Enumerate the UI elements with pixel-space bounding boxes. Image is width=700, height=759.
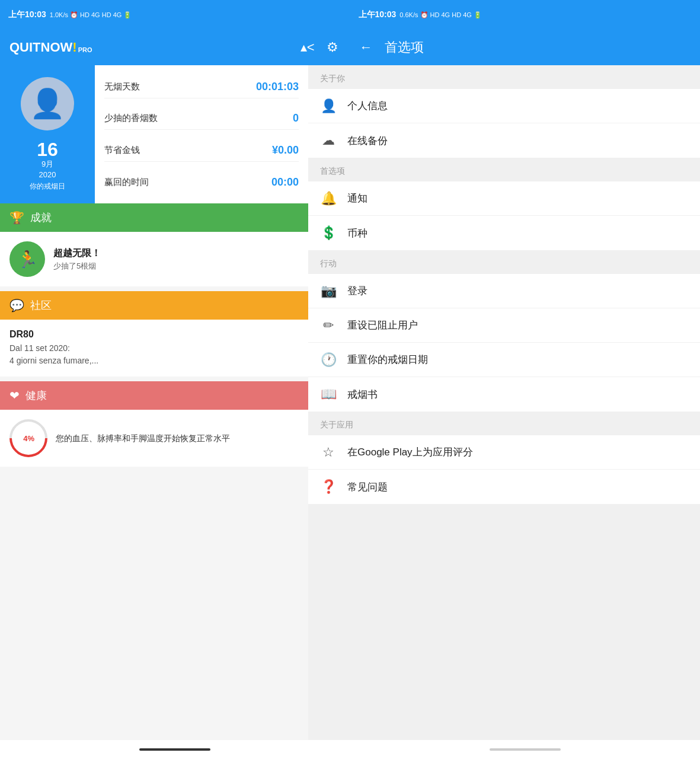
right-status-icons: 0.6K/s ⏰ HD 4G HD 4G 🔋 bbox=[399, 11, 482, 19]
page-title: 首选项 bbox=[385, 39, 424, 56]
share-icon[interactable]: ▴< bbox=[301, 40, 315, 55]
right-panel: 关于你 👤 个人信息 ☁ 在线备份 首选项 🔔 通知 💲 币种 行动 bbox=[308, 65, 700, 740]
prefs-item-reset-quit-date[interactable]: 🕐 重置你的戒烟日期 bbox=[308, 343, 700, 377]
achievement-badge-icon: 🏃 bbox=[17, 250, 38, 269]
stat-money-saved: 节省金钱 ¥0.00 bbox=[104, 139, 299, 162]
app-header: QUIT NOW ! PRO ▴< ⚙ ← 首选项 bbox=[0, 30, 700, 65]
status-bar: 上午10:03 1.0K/s ⏰ HD 4G HD 4G 🔋 上午10:03 0… bbox=[0, 0, 700, 30]
right-speed: 0.6K/s bbox=[399, 11, 418, 18]
prefs-item-reset-blocked[interactable]: ✏ 重设已阻止用户 bbox=[308, 308, 700, 343]
prefs-label-reset-quit-date: 重置你的戒烟日期 bbox=[347, 353, 688, 366]
section-label-about-app: 关于应用 bbox=[308, 412, 700, 435]
profile-card: 👤 16 9月2020 你的戒烟日 无烟天数 00:01:03 少抽的香烟数 0 bbox=[0, 65, 308, 203]
header-left: QUIT NOW ! PRO ▴< ⚙ bbox=[0, 40, 348, 55]
prefs-group-actions: 📷 登录 ✏ 重设已阻止用户 🕐 重置你的戒烟日期 📖 戒烟书 bbox=[308, 274, 700, 412]
prefs-item-rate-app[interactable]: ☆ 在Google Play上为应用评分 bbox=[308, 435, 700, 470]
prefs-item-login[interactable]: 📷 登录 bbox=[308, 274, 700, 308]
health-percent: 4% bbox=[23, 434, 34, 443]
stat-cigarettes-saved: 少抽的香烟数 0 bbox=[104, 107, 299, 130]
achievement-content: 🏃 超越无限！ 少抽了5根烟 bbox=[0, 232, 308, 286]
left-time: 上午10:03 bbox=[8, 9, 46, 20]
community-user: DR80 bbox=[9, 329, 299, 340]
health-header: ❤ 健康 bbox=[0, 381, 308, 410]
currency-icon: 💲 bbox=[320, 225, 337, 241]
quit-day: 16 bbox=[30, 140, 65, 159]
left-panel: 👤 16 9月2020 你的戒烟日 无烟天数 00:01:03 少抽的香烟数 0 bbox=[0, 65, 308, 740]
community-card: 💬 社区 DR80 Dal 11 set 2020:4 giorni senza… bbox=[0, 291, 308, 377]
achievement-card: 🏆 成就 🏃 超越无限！ 少抽了5根烟 bbox=[0, 203, 308, 286]
settings-icon[interactable]: ⚙ bbox=[327, 40, 338, 55]
right-bottom-indicator bbox=[490, 748, 561, 751]
avatar: 👤 bbox=[21, 77, 74, 130]
prefs-label-notifications: 通知 bbox=[347, 192, 688, 205]
stat-value-0: 00:01:03 bbox=[256, 81, 299, 93]
person-icon: 👤 bbox=[320, 98, 337, 114]
achievement-badge: 🏃 bbox=[9, 241, 45, 277]
status-bar-left: 上午10:03 1.0K/s ⏰ HD 4G HD 4G 🔋 bbox=[0, 0, 350, 30]
quit-month-year: 9月2020 bbox=[30, 159, 65, 180]
logo-pro: PRO bbox=[78, 46, 92, 53]
quit-label: 你的戒烟日 bbox=[30, 181, 65, 192]
prefs-item-quit-book[interactable]: 📖 戒烟书 bbox=[308, 377, 700, 412]
trophy-icon: 🏆 bbox=[9, 211, 24, 225]
community-text: Dal 11 set 2020:4 giorni senza fumare,..… bbox=[9, 342, 299, 367]
achievement-header: 🏆 成就 bbox=[0, 203, 308, 232]
prefs-label-currency: 币种 bbox=[347, 227, 688, 240]
achievement-text: 超越无限！ 少抽了5根烟 bbox=[53, 247, 299, 272]
logo-now: NOW bbox=[41, 40, 73, 55]
left-signal-icons: ⏰ HD 4G HD 4G 🔋 bbox=[70, 11, 132, 19]
prefs-item-online-backup[interactable]: ☁ 在线备份 bbox=[308, 123, 700, 158]
health-percent-circle: 4% bbox=[2, 412, 56, 465]
stat-label-0: 无烟天数 bbox=[104, 81, 140, 93]
profile-stats: 无烟天数 00:01:03 少抽的香烟数 0 节省金钱 ¥0.00 赢回的时间 … bbox=[95, 65, 308, 203]
section-label-actions: 行动 bbox=[308, 250, 700, 274]
star-icon: ☆ bbox=[320, 445, 337, 460]
stat-value-2: ¥0.00 bbox=[272, 144, 299, 157]
left-status-icons: 1.0K/s ⏰ HD 4G HD 4G 🔋 bbox=[50, 11, 132, 19]
community-content: DR80 Dal 11 set 2020:4 giorni senza fuma… bbox=[0, 320, 308, 377]
achievement-title: 成就 bbox=[30, 211, 52, 225]
health-card: ❤ 健康 4% 您的血压、脉搏率和手脚温度开始恢复正常水平 bbox=[0, 381, 308, 467]
avatar-icon: 👤 bbox=[30, 87, 65, 120]
status-bar-right: 上午10:03 0.6K/s ⏰ HD 4G HD 4G 🔋 bbox=[350, 0, 701, 30]
camera-icon: 📷 bbox=[320, 283, 337, 299]
stat-value-1: 0 bbox=[293, 112, 299, 125]
question-icon: ❓ bbox=[320, 479, 337, 495]
prefs-label-login: 登录 bbox=[347, 284, 688, 298]
right-signal-icons: ⏰ HD 4G HD 4G 🔋 bbox=[420, 11, 482, 19]
stat-label-1: 少抽的香烟数 bbox=[104, 113, 158, 124]
health-title: 健康 bbox=[25, 388, 47, 403]
clock-icon: 🕐 bbox=[320, 352, 337, 368]
community-title: 社区 bbox=[30, 298, 52, 312]
chat-icon: 💬 bbox=[9, 298, 24, 312]
back-button[interactable]: ← bbox=[360, 40, 373, 55]
prefs-item-faq[interactable]: ❓ 常见问题 bbox=[308, 470, 700, 504]
community-header: 💬 社区 bbox=[0, 291, 308, 320]
prefs-item-notifications[interactable]: 🔔 通知 bbox=[308, 181, 700, 216]
prefs-item-currency[interactable]: 💲 币种 bbox=[308, 216, 700, 250]
prefs-label-rate-app: 在Google Play上为应用评分 bbox=[347, 445, 688, 459]
book-icon: 📖 bbox=[320, 387, 337, 402]
stat-smoke-free-days: 无烟天数 00:01:03 bbox=[104, 76, 299, 98]
prefs-group-preferences: 🔔 通知 💲 币种 bbox=[308, 181, 700, 250]
prefs-label-personal-info: 个人信息 bbox=[347, 99, 688, 113]
main-content: 👤 16 9月2020 你的戒烟日 无烟天数 00:01:03 少抽的香烟数 0 bbox=[0, 65, 700, 740]
achievement-desc: 少抽了5根烟 bbox=[53, 261, 299, 272]
header-actions: ▴< ⚙ bbox=[301, 40, 338, 55]
section-label-preferences: 首选项 bbox=[308, 158, 700, 181]
health-description: 您的血压、脉搏率和手脚温度开始恢复正常水平 bbox=[56, 432, 299, 445]
eraser-icon: ✏ bbox=[320, 318, 337, 333]
section-label-about-you: 关于你 bbox=[308, 65, 700, 89]
prefs-item-personal-info[interactable]: 👤 个人信息 bbox=[308, 89, 700, 123]
logo-exclaim: ! bbox=[72, 40, 76, 55]
prefs-group-about-app: ☆ 在Google Play上为应用评分 ❓ 常见问题 bbox=[308, 435, 700, 504]
cloud-upload-icon: ☁ bbox=[320, 133, 337, 148]
left-speed: 1.0K/s bbox=[50, 11, 68, 18]
bottom-bar bbox=[0, 740, 700, 759]
quit-date: 16 9月2020 你的戒烟日 bbox=[30, 140, 65, 192]
stat-value-3: 00:00 bbox=[271, 176, 299, 189]
achievement-name: 超越无限！ bbox=[53, 247, 299, 260]
left-bottom-indicator bbox=[139, 748, 210, 751]
notification-icon: 🔔 bbox=[320, 191, 337, 206]
health-content: 4% 您的血压、脉搏率和手脚温度开始恢复正常水平 bbox=[0, 410, 308, 467]
